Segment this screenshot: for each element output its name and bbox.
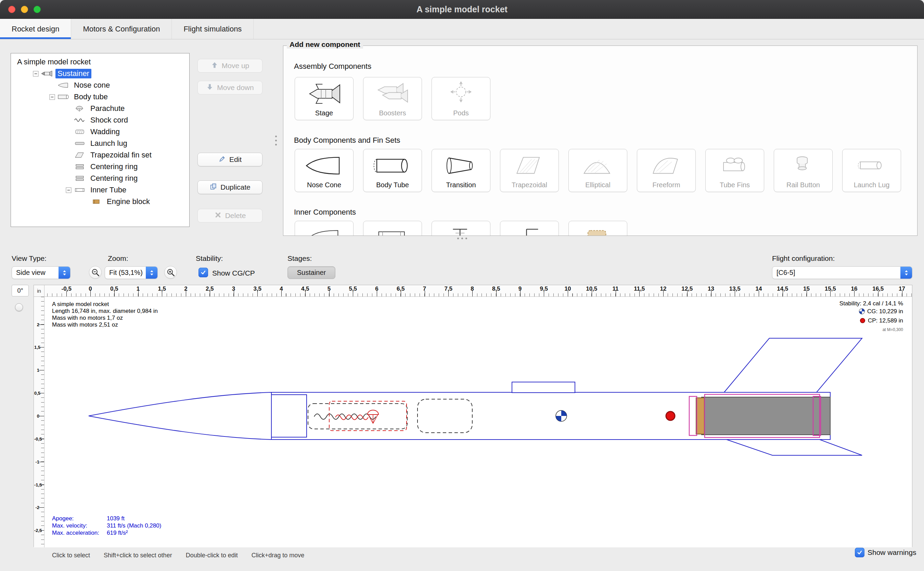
tree-item-launch-lug[interactable]: Launch lug [11,137,189,149]
add-freeform-button[interactable]: Freeform [637,149,696,192]
arrow-down-icon [206,83,214,93]
add-trapezoidal-button[interactable]: Trapezoidal [500,149,559,192]
add-pods-button[interactable]: Pods [431,77,490,120]
rocket-icon [40,70,53,77]
tree-item-parachute[interactable]: Parachute [11,103,189,114]
tree-item-sustainer[interactable]: Sustainer [11,68,189,79]
tree-item-body-tube[interactable]: Body tube [11,91,189,103]
launch-lug-shape[interactable] [512,382,575,393]
rocket-canvas[interactable]: A simple model rocketLength 16,748 in, m… [45,297,912,547]
tab-label: Rocket design [12,25,59,34]
add-transition-button[interactable]: Transition [431,149,490,192]
add-launch-lug-button[interactable]: Launch Lug [842,149,901,192]
flight-configuration-label: Flight configuration: [772,255,835,262]
ruler-label: 7,5 [444,286,453,292]
diagram-panel: in -0,500,511,522,533,544,555,566,577,58… [34,285,912,547]
stage-toggle-sustainer[interactable]: Sustainer [288,266,336,279]
ruler-label: 8,5 [492,286,500,292]
zoom-in-button[interactable] [164,266,177,279]
add-elliptical-button[interactable]: Elliptical [568,149,627,192]
add-rail-button-button[interactable]: Rail Button [774,149,833,192]
ruler-label: 0,5 [34,390,39,396]
component-button-label: Pods [432,109,490,117]
cg-value: CG: 10,229 in [867,308,903,315]
splitter-handle-horizontal[interactable] [457,238,467,239]
ruler-label: 13 [708,286,714,292]
tree-item-label: Parachute [88,104,126,113]
move-up-button[interactable]: Move up [197,59,262,73]
ruler-label: 4,5 [301,286,310,292]
ruler-label: 9 [519,286,522,292]
tree-item-inner-tube[interactable]: Inner Tube [11,184,189,196]
tree-item-a-simple-model-rocket[interactable]: A simple model rocket [11,56,189,68]
stages-label: Stages: [288,255,312,262]
flight-configuration-select[interactable]: [C6-5] [772,266,912,279]
tab-motors-configuration[interactable]: Motors & Configuration [71,19,172,39]
tree-item-shock-cord[interactable]: Shock cord [11,114,189,126]
ruler-label: 16 [851,286,858,292]
tree-item-centering-ring[interactable]: Centering ring [11,161,189,173]
engine-block-shape[interactable] [696,398,704,434]
tree-item-wadding[interactable]: Wadding [11,126,189,137]
magnifier-plus-icon [166,268,175,277]
show-warnings-checkbox[interactable] [855,548,864,557]
move-down-button[interactable]: Move down [197,81,262,94]
tree-item-trapezoidal-fin-set[interactable]: Trapezoidal fin set [11,149,189,161]
flight-stat-value: 619 ft/s² [107,529,128,536]
rotation-slider-knob[interactable] [15,303,23,311]
tab-rocket-design[interactable]: Rocket design [0,19,71,39]
add-component-button-3-4[interactable] [500,221,559,236]
tree-item-engine-block[interactable]: Engine block [11,196,189,207]
add-component-button-3-1[interactable] [295,221,354,236]
delete-button[interactable]: Delete [197,209,262,222]
launchlug-big-icon [842,152,901,179]
tab-flight-simulations[interactable]: Flight simulations [172,19,254,39]
ruler-label: 14 [756,286,762,292]
duplicate-button[interactable]: Duplicate [197,181,262,194]
ruler-label: 5 [328,286,331,292]
ruler-label: 3,5 [253,286,262,292]
close-button[interactable] [8,6,15,13]
ruler-vertical: 21,510,50-0,5-1-1,5-2-2,5 [34,297,45,547]
minimize-button[interactable] [21,6,28,13]
fullscreen-button[interactable] [34,6,41,13]
add-stage-button[interactable]: Stage [295,77,354,120]
show-warnings-label: Show warnings [867,548,916,557]
tab-label: Motors & Configuration [83,25,160,34]
check-icon [856,549,863,556]
nose-cone-shape[interactable] [89,392,271,440]
view-type-select[interactable]: Side view [12,266,71,279]
splitter-handle-vertical[interactable] [275,136,277,145]
fin-upper-shape[interactable] [724,338,862,392]
section-title-assembly-components: Assembly Components [294,62,371,71]
add-tube-fins-button[interactable]: Tube Fins [705,149,764,192]
tree-expander-icon[interactable] [64,187,72,193]
ruler-label: 0 [89,286,92,292]
add-component-button-3-2[interactable] [363,221,422,236]
add-component-title: Add new component [287,40,363,49]
zoom-select[interactable]: Fit (53,1%) [105,266,158,279]
add-nose-cone-button[interactable]: Nose Cone [295,149,354,192]
pencil-icon [218,155,226,164]
transition-icon [432,152,490,179]
ruler-label: -1 [34,459,39,464]
tree-item-centering-ring[interactable]: Centering ring [11,173,189,184]
zoom-out-button[interactable] [89,266,102,279]
fin-lower-shape[interactable] [727,440,862,455]
add-component-button-3-5[interactable] [568,221,627,236]
rotation-value: 0° [12,285,29,296]
flight-stat-row: Max. acceleration:619 ft/s² [52,529,161,536]
show-cgcp-checkbox[interactable] [199,268,208,277]
traffic-lights [8,6,41,13]
ruler-label: 10,5 [586,286,597,292]
tree-item-nose-cone[interactable]: Nose cone [11,79,189,91]
add-component-button-3-3[interactable] [431,221,490,236]
ruler-label: -2,5 [34,528,39,533]
add-body-tube-button[interactable]: Body Tube [363,149,422,192]
tree-item-label: Sustainer [55,69,91,79]
add-boosters-button[interactable]: Boosters [363,77,422,120]
edit-button[interactable]: Edit [197,153,262,167]
tree-expander-icon[interactable] [48,94,56,100]
tree-expander-icon[interactable] [31,71,40,77]
ruler-major-tick [39,507,44,508]
